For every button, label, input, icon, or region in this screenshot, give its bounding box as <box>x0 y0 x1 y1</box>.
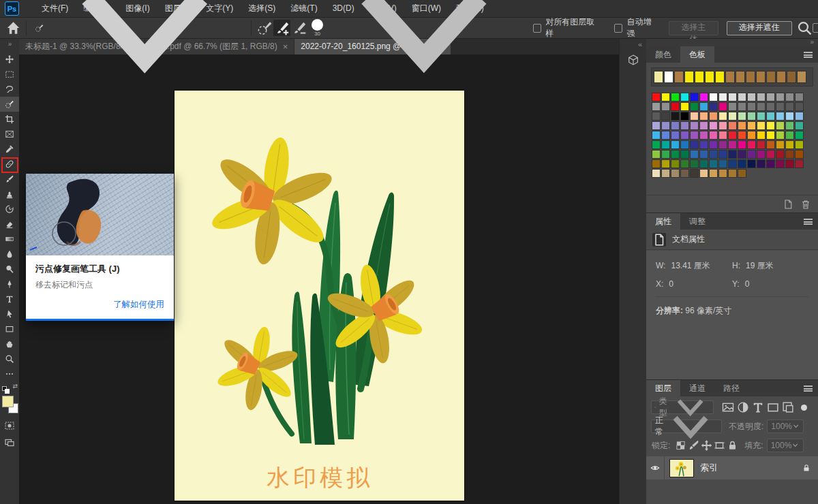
swatch[interactable] <box>747 112 756 121</box>
eraser-tool[interactable] <box>0 217 19 232</box>
filter-adjustment-layers-icon[interactable] <box>736 400 751 414</box>
swatch[interactable] <box>738 93 746 101</box>
swatch[interactable] <box>776 159 785 168</box>
object-selection-tool[interactable] <box>0 97 19 112</box>
recent-swatch[interactable] <box>664 71 673 83</box>
swatch[interactable] <box>652 112 661 121</box>
rectangular-marquee-tool[interactable] <box>0 67 19 82</box>
swatch[interactable] <box>690 131 699 140</box>
swatch[interactable] <box>709 169 718 178</box>
learn-how-link[interactable]: 了解如何使用 <box>35 299 164 311</box>
toolbar-expand-chevrons[interactable]: » <box>0 39 19 51</box>
swatch[interactable] <box>661 102 670 111</box>
swatch[interactable] <box>776 140 785 149</box>
swatch[interactable] <box>680 93 689 101</box>
brush-size-picker[interactable]: 30 <box>312 0 522 126</box>
swatch[interactable] <box>671 169 680 178</box>
opacity-select[interactable]: 100% <box>767 420 804 433</box>
swatch[interactable] <box>652 159 661 168</box>
swatch[interactable] <box>671 159 680 168</box>
zoom-tool[interactable] <box>0 351 19 366</box>
swatch[interactable] <box>709 112 718 121</box>
tool-preset-picker[interactable] <box>31 0 246 127</box>
filter-shape-layers-icon[interactable] <box>766 400 781 414</box>
swatch[interactable] <box>671 121 680 130</box>
swatch[interactable] <box>738 169 746 178</box>
lock-position-icon[interactable] <box>700 439 713 452</box>
swatch[interactable] <box>718 112 727 121</box>
swatch[interactable] <box>785 93 794 101</box>
lock-all-icon[interactable] <box>726 439 739 452</box>
swatch[interactable] <box>699 121 708 130</box>
swatch[interactable] <box>738 102 746 111</box>
swatch[interactable] <box>776 112 785 121</box>
swatch[interactable] <box>699 140 708 149</box>
swatch[interactable] <box>776 150 785 159</box>
new-selection-mode-button[interactable] <box>256 20 273 36</box>
tab-paths[interactable]: 路径 <box>714 380 748 396</box>
swatch[interactable] <box>747 93 756 101</box>
swatch[interactable] <box>661 112 670 121</box>
new-swatch-icon[interactable] <box>783 199 793 210</box>
swatch[interactable] <box>718 121 727 130</box>
swatch[interactable] <box>776 121 785 130</box>
subtract-from-selection-mode-button[interactable] <box>290 20 307 36</box>
swatch[interactable] <box>728 131 737 140</box>
swatch[interactable] <box>795 131 804 140</box>
gradient-tool[interactable] <box>0 232 19 247</box>
swatch[interactable] <box>671 150 680 159</box>
swatch[interactable] <box>652 121 661 130</box>
type-tool[interactable] <box>0 292 19 306</box>
swatch[interactable] <box>766 93 775 101</box>
quick-mask-icon[interactable] <box>4 420 15 431</box>
swatch[interactable] <box>747 121 756 130</box>
swatch[interactable] <box>795 112 804 121</box>
swatch[interactable] <box>728 102 737 111</box>
recent-swatch[interactable] <box>695 71 704 83</box>
home-icon[interactable] <box>5 20 21 36</box>
swatch[interactable] <box>795 150 804 159</box>
swatch[interactable] <box>738 159 746 168</box>
swatch[interactable] <box>766 159 775 168</box>
swatch[interactable] <box>738 121 746 130</box>
swatch[interactable] <box>652 150 661 159</box>
swatch[interactable] <box>709 131 718 140</box>
swatch[interactable] <box>709 93 718 101</box>
swatch[interactable] <box>680 121 689 130</box>
recent-swatch[interactable] <box>654 71 663 83</box>
swatch[interactable] <box>766 102 775 111</box>
tab-properties[interactable]: 属性 <box>646 213 680 230</box>
dock-collapse-chevrons[interactable]: « <box>620 39 646 48</box>
swatch[interactable] <box>757 131 766 140</box>
more-tools[interactable] <box>0 366 19 381</box>
auto-enhance-checkbox[interactable]: 自动增强 <box>614 16 658 40</box>
swatch[interactable] <box>652 102 661 111</box>
swatch[interactable] <box>785 150 794 159</box>
swatch[interactable] <box>690 140 699 149</box>
panel-menu-icon[interactable] <box>804 52 813 58</box>
swatch[interactable] <box>661 131 670 140</box>
swatch[interactable] <box>776 131 785 140</box>
brush-tool[interactable] <box>0 172 19 187</box>
swatch[interactable] <box>728 112 737 121</box>
swatch[interactable] <box>699 169 708 178</box>
crop-tool[interactable] <box>0 112 19 127</box>
swatch[interactable] <box>747 150 756 159</box>
swatch[interactable] <box>757 93 766 101</box>
recent-swatch[interactable] <box>725 71 735 83</box>
swatch[interactable] <box>661 150 670 159</box>
swatch[interactable] <box>795 93 804 101</box>
tab-color[interactable]: 颜色 <box>646 46 680 63</box>
swatch[interactable] <box>785 140 794 149</box>
swatch[interactable] <box>757 121 766 130</box>
swatch[interactable] <box>766 112 775 121</box>
swatch[interactable] <box>738 140 746 149</box>
layer-thumbnail[interactable] <box>669 459 694 477</box>
foreground-color-swatch[interactable] <box>2 396 14 407</box>
swatch[interactable] <box>728 169 737 178</box>
swatch[interactable] <box>718 102 727 111</box>
swatch[interactable] <box>747 102 756 111</box>
search-icon[interactable] <box>796 20 813 36</box>
swatch[interactable] <box>747 140 756 149</box>
swatch[interactable] <box>690 112 699 121</box>
